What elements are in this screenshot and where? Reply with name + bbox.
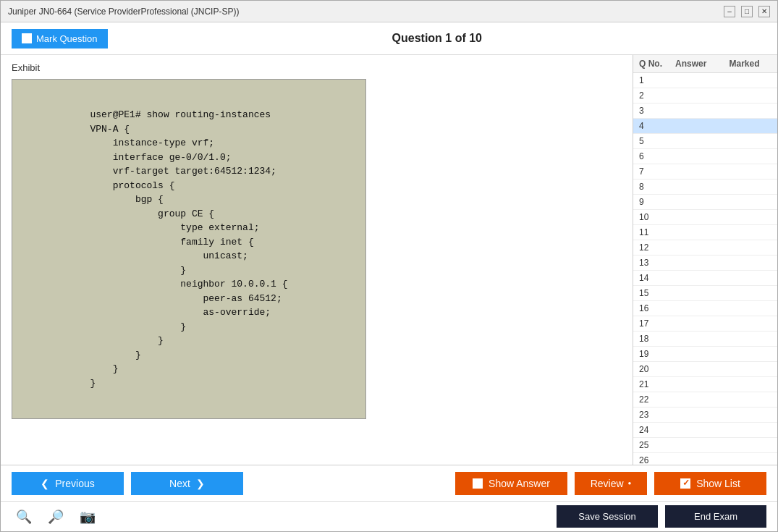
table-row[interactable]: 6 <box>633 149 777 164</box>
table-row[interactable]: 2 <box>633 88 777 104</box>
title-bar: Juniper JN0-664 (Service ProviderProfess… <box>1 1 777 22</box>
sidebar-cell-answer <box>669 377 724 392</box>
sidebar-cell-answer <box>669 316 724 331</box>
sidebar-cell-answer <box>669 134 724 148</box>
table-row[interactable]: 25 <box>633 438 777 453</box>
sidebar-cell-marked <box>724 347 778 361</box>
sidebar-cell-marked <box>724 119 778 133</box>
sidebar-cell-marked <box>724 423 778 437</box>
table-row[interactable]: 3 <box>633 104 777 119</box>
sidebar-cell-answer <box>669 210 724 224</box>
sidebar-cell-marked <box>724 164 778 179</box>
show-answer-button[interactable]: Show Answer <box>455 472 567 495</box>
table-row[interactable]: 26 <box>633 453 777 465</box>
table-row[interactable]: 18 <box>633 332 777 347</box>
sidebar-cell-marked <box>724 286 778 300</box>
sidebar-cell-answer <box>669 119 724 133</box>
table-row[interactable]: 16 <box>633 301 777 316</box>
sidebar-cell-answer <box>669 332 724 346</box>
sidebar-header-qno: Q No. <box>633 55 669 72</box>
review-button[interactable]: Review ● <box>575 472 647 495</box>
previous-button[interactable]: Previous <box>12 472 124 495</box>
sidebar-cell-marked <box>724 134 778 148</box>
table-row[interactable]: 4 <box>633 119 777 134</box>
table-row[interactable]: 7 <box>633 164 777 180</box>
sidebar-cell-answer <box>669 164 724 179</box>
sidebar-cell-answer <box>669 286 724 300</box>
sidebar-cell-marked <box>724 73 778 88</box>
sidebar-cell-answer <box>669 240 724 255</box>
sidebar-cell-answer <box>669 347 724 361</box>
sidebar-cell-answer <box>669 438 724 452</box>
table-row[interactable]: 14 <box>633 271 777 286</box>
minimize-button[interactable]: – <box>724 6 735 17</box>
table-row[interactable]: 12 <box>633 240 777 256</box>
show-list-label: Show List <box>696 478 740 489</box>
sidebar-cell-qno: 14 <box>633 271 669 285</box>
show-answer-checkbox-icon <box>473 478 483 489</box>
sidebar-scroll-area[interactable]: Q No. Answer Marked 1 2 3 4 5 6 <box>633 55 777 465</box>
table-row[interactable]: 23 <box>633 408 777 423</box>
sidebar-cell-answer <box>669 362 724 376</box>
table-row[interactable]: 19 <box>633 347 777 362</box>
sidebar-cell-answer <box>669 180 724 194</box>
sidebar: Q No. Answer Marked 1 2 3 4 5 6 <box>633 55 777 465</box>
table-row[interactable]: 17 <box>633 316 777 332</box>
mark-question-button[interactable]: Mark Question <box>12 29 108 48</box>
bottom-bar2: 🔍 🔎 📷 Save Session End Exam <box>1 501 777 531</box>
sidebar-cell-qno: 24 <box>633 423 669 437</box>
sidebar-cell-qno: 6 <box>633 149 669 164</box>
zoom-in-button[interactable]: 🔍 <box>12 507 36 526</box>
sidebar-cell-qno: 16 <box>633 301 669 316</box>
sidebar-cell-qno: 22 <box>633 392 669 407</box>
sidebar-cell-marked <box>724 180 778 194</box>
sidebar-cell-marked <box>724 210 778 224</box>
sidebar-cell-marked <box>724 453 778 465</box>
sidebar-cell-answer <box>669 195 724 209</box>
table-row[interactable]: 22 <box>633 392 777 408</box>
sidebar-cell-marked <box>724 104 778 118</box>
table-row[interactable]: 5 <box>633 134 777 149</box>
code-block: user@PE1# show routing-instances VPN-A {… <box>75 97 302 401</box>
sidebar-cell-marked <box>724 225 778 240</box>
table-row[interactable]: 13 <box>633 256 777 271</box>
sidebar-cell-qno: 12 <box>633 240 669 255</box>
table-row[interactable]: 1 <box>633 73 777 88</box>
table-row[interactable]: 24 <box>633 423 777 438</box>
sidebar-cell-qno: 4 <box>633 119 669 133</box>
sidebar-cell-marked <box>724 256 778 270</box>
table-row[interactable]: 11 <box>633 225 777 240</box>
table-row[interactable]: 9 <box>633 195 777 210</box>
maximize-button[interactable]: □ <box>741 6 753 17</box>
content-area: Exhibit user@PE1# show routing-instances… <box>1 55 633 465</box>
sidebar-cell-marked <box>724 271 778 285</box>
save-session-button[interactable]: Save Session <box>557 505 658 528</box>
review-dot-icon: ● <box>628 480 632 486</box>
sidebar-header-answer: Answer <box>669 55 724 72</box>
table-row[interactable]: 8 <box>633 180 777 195</box>
zoom-out-button[interactable]: 📷 <box>75 507 100 526</box>
sidebar-cell-qno: 1 <box>633 73 669 88</box>
show-list-button[interactable]: Show List <box>654 472 766 495</box>
show-answer-label: Show Answer <box>489 478 550 489</box>
exhibit-label: Exhibit <box>12 62 622 73</box>
close-button[interactable]: ✕ <box>758 6 770 17</box>
sidebar-cell-marked <box>724 377 778 392</box>
table-row[interactable]: 20 <box>633 362 777 377</box>
sidebar-cell-marked <box>724 149 778 164</box>
sidebar-cell-qno: 8 <box>633 180 669 194</box>
sidebar-cell-qno: 17 <box>633 316 669 331</box>
sidebar-cell-qno: 9 <box>633 195 669 209</box>
sidebar-cell-qno: 26 <box>633 453 669 465</box>
sidebar-cell-marked <box>724 316 778 331</box>
show-list-checkbox-icon <box>680 478 690 489</box>
sidebar-cell-answer <box>669 271 724 285</box>
table-row[interactable]: 21 <box>633 377 777 392</box>
end-exam-button[interactable]: End Exam <box>665 505 766 528</box>
next-label: Next <box>169 478 190 489</box>
table-row[interactable]: 10 <box>633 210 777 225</box>
zoom-fit-button[interactable]: 🔎 <box>43 507 68 526</box>
next-button[interactable]: Next <box>131 472 243 495</box>
sidebar-cell-qno: 2 <box>633 88 669 103</box>
table-row[interactable]: 15 <box>633 286 777 301</box>
